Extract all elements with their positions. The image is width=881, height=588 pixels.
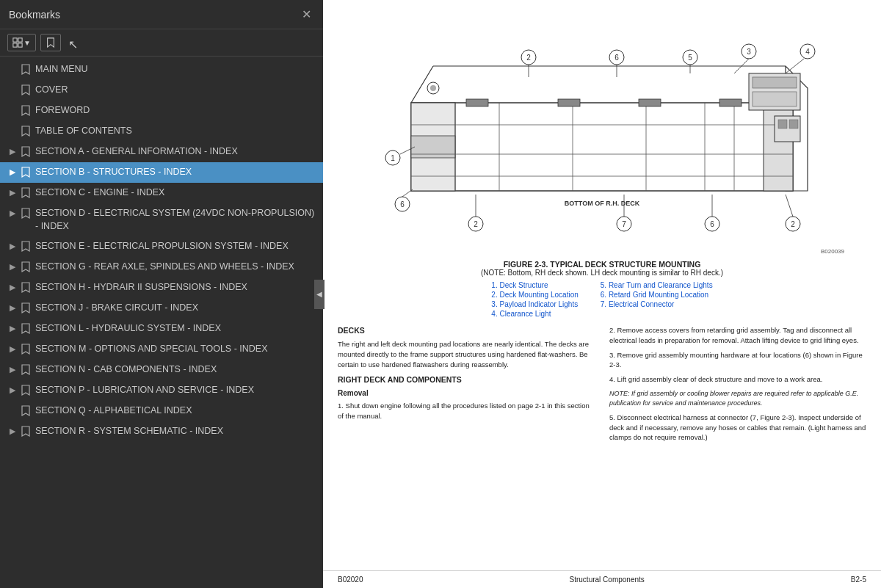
bookmark-ribbon-icon	[19, 302, 32, 313]
bookmark-ribbon-icon	[19, 208, 32, 219]
expand-arrow: ▶	[6, 324, 19, 333]
expand-arrow: ▶	[6, 167, 19, 177]
bookmark-item-main-menu[interactable]: MAIN MENU	[0, 59, 323, 80]
diagram-svg: 1 2 3 4	[352, 7, 852, 257]
bookmark-item-foreword[interactable]: FOREWORD	[0, 101, 323, 121]
bookmark-label: SECTION A - GENERAL INFORMATION - INDEX	[35, 145, 317, 159]
document-panel: ◀	[323, 0, 881, 588]
svg-rect-3	[18, 43, 22, 47]
svg-rect-21	[639, 99, 661, 106]
bookmark-ribbon-icon	[19, 364, 32, 375]
svg-rect-22	[719, 99, 742, 106]
bookmarks-title: Bookmarks	[9, 9, 60, 21]
svg-text:2: 2	[791, 220, 795, 228]
expand-arrow: ▶	[6, 242, 19, 251]
expand-arrow: ▶	[6, 188, 19, 197]
bookmark-item-toc[interactable]: TABLE OF CONTENTS	[0, 121, 323, 142]
svg-rect-0	[13, 38, 17, 42]
bookmark-item-section-n[interactable]: ▶ SECTION N - CAB COMPONENTS - INDEX	[0, 360, 323, 380]
figure-image: 1 2 3 4	[352, 7, 852, 257]
svg-rect-19	[466, 99, 488, 106]
figure-area: 1 2 3 4	[338, 7, 866, 257]
content-columns: DECKS The right and left deck mounting p…	[338, 325, 866, 447]
page-main: 1 2 3 4	[323, 0, 881, 570]
bookmark-ribbon-icon	[19, 105, 32, 116]
bookmark-item-section-l[interactable]: ▶ SECTION L - HYDRAULIC SYSTEM - INDEX	[0, 319, 323, 339]
decks-heading: DECKS	[338, 325, 595, 336]
expand-all-button[interactable]: ▼	[7, 34, 36, 51]
svg-rect-20	[558, 99, 580, 106]
part-3: 3. Payload Indicator Lights	[491, 300, 578, 308]
svg-text:4: 4	[805, 48, 810, 56]
bookmark-item-section-j[interactable]: ▶ SECTION J - BRAKE CIRCUIT - INDEX	[0, 298, 323, 319]
bookmark-item-section-g[interactable]: ▶ SECTION G - REAR AXLE, SPINDLES AND WH…	[0, 257, 323, 277]
svg-text:6: 6	[710, 220, 714, 228]
svg-rect-25	[753, 92, 797, 106]
left-content-col: DECKS The right and left deck mounting p…	[338, 325, 595, 447]
svg-text:BOTTOM OF R.H. DECK: BOTTOM OF R.H. DECK	[565, 200, 640, 207]
svg-rect-1	[18, 38, 22, 42]
svg-point-30	[430, 85, 436, 91]
collapse-handle[interactable]: ◀	[314, 280, 325, 309]
bookmark-item-section-q[interactable]: SECTION Q - ALPHABETICAL INDEX	[0, 401, 323, 421]
bookmark-ribbon-icon	[19, 426, 32, 437]
svg-rect-28	[789, 120, 798, 128]
decks-text: The right and left deck mounting pad loc…	[338, 339, 595, 369]
bookmark-label: SECTION Q - ALPHABETICAL INDEX	[35, 404, 317, 418]
bookmark-label: FOREWORD	[35, 104, 317, 117]
bookmark-item-section-h[interactable]: ▶ SECTION H - HYDRAIR II SUSPENSIONS - I…	[0, 277, 323, 298]
bookmark-item-section-r[interactable]: ▶ SECTION R - SYSTEM SCHEMATIC - INDEX	[0, 421, 323, 442]
expand-arrow: ▶	[6, 303, 19, 313]
expand-arrow: ▶	[6, 365, 19, 374]
bookmark-item-section-m[interactable]: ▶ SECTION M - OPTIONS AND SPECIAL TOOLS …	[0, 339, 323, 360]
part-6: 6. Retard Grid Mounting Location	[601, 291, 713, 299]
bookmark-item-section-p[interactable]: ▶ SECTION P - LUBRICATION AND SERVICE - …	[0, 380, 323, 401]
figure-title: FIGURE 2-3. TYPICAL DECK STRUCTURE MOUNT…	[338, 260, 866, 269]
bookmark-view-button[interactable]	[40, 34, 61, 51]
bookmark-ribbon-icon	[19, 385, 32, 396]
bookmark-item-section-c[interactable]: ▶ SECTION C - ENGINE - INDEX	[0, 183, 323, 203]
bookmark-label: SECTION H - HYDRAIR II SUSPENSIONS - IND…	[35, 281, 317, 294]
svg-text:3: 3	[747, 48, 751, 56]
bookmark-item-section-a[interactable]: ▶ SECTION A - GENERAL INFORMATION - INDE…	[0, 142, 323, 162]
page-container: 1 2 3 4	[323, 0, 881, 588]
svg-text:2: 2	[526, 54, 531, 62]
bookmark-label: SECTION P - LUBRICATION AND SERVICE - IN…	[35, 384, 317, 397]
step-5: 5. Disconnect electrical harness at conn…	[609, 413, 866, 443]
svg-rect-8	[411, 136, 455, 158]
cursor-icon: ↖	[68, 37, 79, 48]
svg-text:1: 1	[391, 154, 395, 162]
expand-arrow: ▶	[6, 385, 19, 395]
bookmarks-list: MAIN MENU COVER FOREWORD TABLE OF CONTEN…	[0, 57, 323, 588]
bookmark-item-section-e[interactable]: ▶ SECTION E - ELECTRICAL PROPULSION SYST…	[0, 236, 323, 257]
bookmark-ribbon-icon	[19, 241, 32, 252]
close-button[interactable]: ✕	[299, 6, 314, 23]
footer-right: B2-5	[851, 576, 866, 584]
svg-rect-24	[753, 77, 797, 88]
step-3: 3. Remove grid assembly mounting hardwar…	[609, 350, 866, 371]
bookmark-item-cover[interactable]: COVER	[0, 80, 323, 101]
expand-arrow: ▶	[6, 147, 19, 156]
svg-text:6: 6	[614, 54, 619, 62]
bookmark-ribbon-icon	[19, 261, 32, 272]
part-5: 5. Rear Turn and Clearance Lights	[601, 281, 713, 289]
svg-rect-2	[13, 43, 17, 47]
bookmark-item-section-b[interactable]: ▶ SECTION B - STRUCTURES - INDEX	[0, 162, 323, 183]
bookmark-item-section-d[interactable]: ▶ SECTION D - ELECTRICAL SYSTEM (24VDC N…	[0, 203, 323, 236]
bookmark-ribbon-icon	[19, 344, 32, 355]
expand-arrow: ▶	[6, 344, 19, 354]
expand-icon	[12, 37, 23, 48]
bookmark-label: SECTION J - BRAKE CIRCUIT - INDEX	[35, 302, 317, 315]
bookmark-label: SECTION D - ELECTRICAL SYSTEM (24VDC NON…	[35, 207, 317, 233]
svg-text:7: 7	[622, 220, 626, 228]
note-text: NOTE: If grid assembly or cooling blower…	[609, 389, 866, 408]
bookmark-ribbon-icon	[19, 187, 32, 198]
bookmark-label: MAIN MENU	[35, 63, 317, 76]
page-footer: B02020 Structural Components B2-5	[323, 570, 881, 588]
bookmarks-header: Bookmarks ✕	[0, 0, 323, 29]
svg-text:5: 5	[688, 54, 692, 62]
svg-rect-27	[778, 120, 787, 128]
bookmark-label: SECTION G - REAR AXLE, SPINDLES AND WHEE…	[35, 261, 317, 274]
bookmark-ribbon-icon	[19, 126, 32, 137]
bookmark-ribbon-icon	[19, 64, 32, 75]
